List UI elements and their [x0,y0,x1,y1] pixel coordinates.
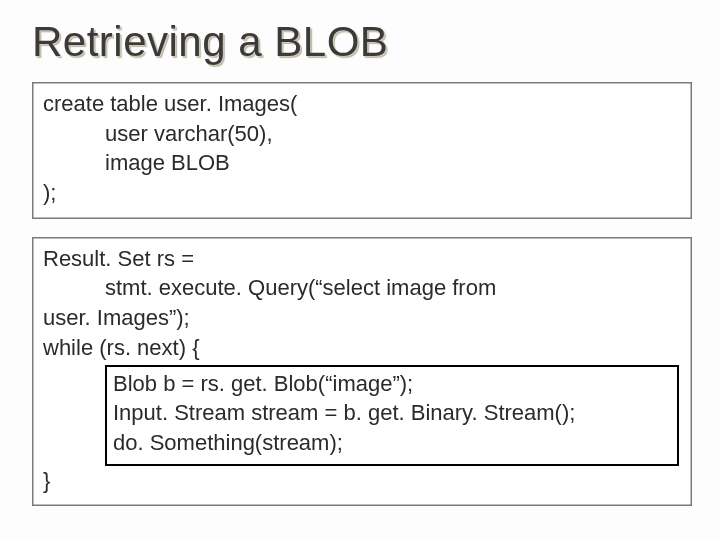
code-box-sql: create table user. Images( user varchar(… [32,82,692,219]
sql-line-4: ); [43,180,56,205]
inner-line-1: Blob b = rs. get. Blob(“image”); [113,371,413,396]
java-line-4: while (rs. next) { [43,335,200,360]
java-line-3: user. Images”); [43,305,190,330]
java-line-2: stmt. execute. Query(“select image from [105,275,496,300]
sql-line-1: create table user. Images( [43,91,297,116]
code-box-java: Result. Set rs = stmt. execute. Query(“s… [32,237,692,507]
inner-code-box: Blob b = rs. get. Blob(“image”); Input. … [105,365,679,466]
slide: Retrieving a BLOB create table user. Ima… [0,0,720,540]
java-line-5: } [43,468,50,493]
sql-line-3: image BLOB [105,150,230,175]
slide-title: Retrieving a BLOB [32,18,688,66]
inner-line-2: Input. Stream stream = b. get. Binary. S… [113,400,575,425]
java-line-1: Result. Set rs = [43,246,194,271]
sql-line-2: user varchar(50), [105,121,273,146]
inner-line-3: do. Something(stream); [113,430,343,455]
